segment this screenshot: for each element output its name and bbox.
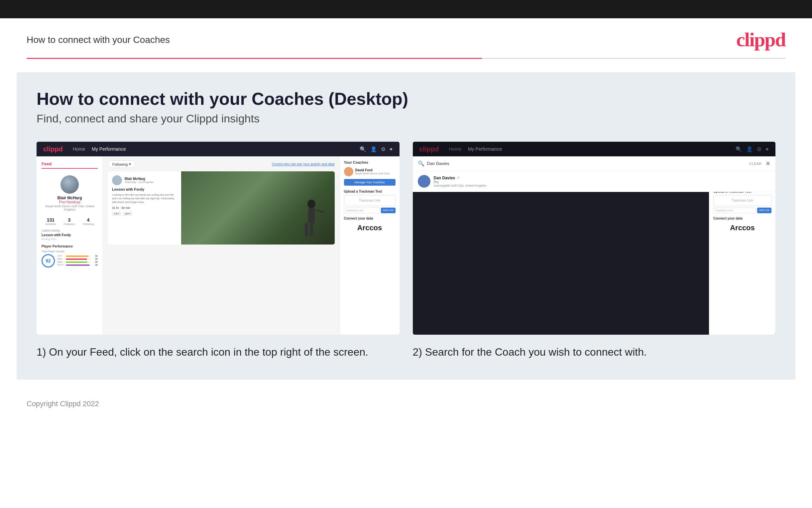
search-icon[interactable]: 🔍 — [360, 146, 366, 153]
search-bar-icon: 🔍 — [418, 160, 424, 167]
footer: Copyright Clippd 2022 — [0, 393, 812, 415]
trackman-input: Trackman Link Add Link — [344, 208, 395, 213]
screenshot-col-right: clippd Home My Performance 🔍 👤 ⚙ ● 🔍 — [413, 142, 776, 359]
search-overlay: 🔍 Dan Davies CLEAR ✕ Dan Davies ✓ Pro — [413, 156, 776, 192]
app-nav: clippd Home My Performance 🔍 👤 ⚙ ● — [37, 142, 399, 156]
post-info: Blair McHarg Yesterday · Sunningdale Les… — [108, 171, 181, 245]
header-divider — [27, 58, 785, 59]
step1-text: 1) On your Feed, click on the search ico… — [37, 345, 399, 359]
search-input-display[interactable]: Dan Davies — [427, 161, 750, 166]
profile-avatar — [60, 175, 79, 194]
header: How to connect with your Coaches clippd — [0, 18, 812, 58]
left-panel: Feed Blair McHarg Plus Handicap Royal No… — [37, 156, 103, 335]
following-row: Following ▾ Control who can see your act… — [108, 160, 335, 168]
verified-icon: ✓ — [457, 176, 460, 180]
screenshot-col-left: clippd Home My Performance 🔍 👤 ⚙ ● Feed — [37, 142, 399, 359]
result-info: Dan Davies ✓ Pro Sunningdale Golf Club, … — [434, 176, 487, 187]
app-body: Feed Blair McHarg Plus Handicap Royal No… — [37, 156, 399, 335]
stat-followers: 3 Followers — [63, 217, 75, 225]
page-title: How to connect with your Coaches — [27, 35, 170, 45]
app-logo: clippd — [43, 145, 63, 153]
right-panel: Your Coaches David Ford Royal North Devo… — [340, 156, 399, 335]
post-body: Looking to feel like my hands are exitin… — [112, 193, 177, 204]
screenshots-row: clippd Home My Performance 🔍 👤 ⚙ ● Feed — [37, 142, 775, 359]
profile-name: Blair McHarg — [42, 196, 98, 200]
stat-following: 4 Following — [83, 217, 94, 225]
result-club: Sunningdale Golf Club, United Kingdom — [434, 184, 487, 187]
nav-home[interactable]: Home — [73, 146, 85, 152]
connect-section: Connect your data Arccos — [344, 217, 395, 232]
screenshot-right: clippd Home My Performance 🔍 👤 ⚙ ● 🔍 — [413, 142, 776, 335]
trackman-input-field-2[interactable]: Trackman Link — [713, 208, 756, 213]
quality-row: 92 OTT 90 APP — [42, 254, 98, 267]
copyright: Copyright Clippd 2022 — [27, 399, 99, 408]
main-content: How to connect with your Coaches (Deskto… — [17, 72, 795, 380]
add-link-button[interactable]: Add Link — [381, 208, 395, 213]
post-tags: OFF APP — [112, 212, 177, 216]
trackman-section-2: Upload a Trackman Test Trackman Link Tra… — [713, 189, 771, 213]
post-user-name: Blair McHarg — [125, 177, 153, 181]
total-quality-title: Total Player Quality — [42, 250, 98, 253]
nav-my-performance[interactable]: My Performance — [92, 146, 126, 152]
trackman-placeholder-2: Trackman Link — [713, 195, 771, 206]
connect-section-2: Connect your data Arccos — [713, 217, 771, 232]
search-result[interactable]: Dan Davies ✓ Pro Sunningdale Golf Club, … — [413, 171, 776, 192]
following-button[interactable]: Following ▾ — [108, 160, 135, 168]
screenshot-left: clippd Home My Performance 🔍 👤 ⚙ ● Feed — [37, 142, 399, 335]
bar-app: APP 85 — [57, 258, 98, 260]
trackman-input-field[interactable]: Trackman Link — [344, 208, 380, 213]
trackman-placeholder: Trackman Link — [344, 195, 395, 206]
coach-name: David Ford — [355, 168, 389, 172]
result-avatar — [418, 175, 430, 187]
quality-bars: OTT 90 APP 85 — [57, 255, 98, 267]
svg-rect-4 — [310, 223, 313, 237]
manage-coaches-button[interactable]: Manage Your Coaches — [344, 179, 395, 186]
result-role: Pro — [434, 180, 487, 184]
post-tag-off: OFF — [112, 212, 121, 216]
svg-rect-2 — [314, 209, 323, 213]
following-label: Following — [112, 162, 128, 166]
settings-icon[interactable]: ⚙ — [381, 146, 386, 153]
add-link-button-2[interactable]: Add Link — [757, 208, 771, 213]
svg-rect-1 — [308, 208, 315, 223]
post-card: Blair McHarg Yesterday · Sunningdale Les… — [108, 171, 335, 245]
coach-club: Royal North Devon Golf Club — [355, 172, 389, 175]
close-search-button[interactable]: ✕ — [765, 160, 770, 167]
post-image — [181, 171, 335, 245]
post-tag-app: APP — [123, 212, 132, 216]
clippd-logo: clippd — [736, 28, 785, 51]
nav-icons: 🔍 👤 ⚙ ● — [360, 146, 393, 153]
quality-score: 92 — [42, 254, 55, 267]
connect-title: Connect your data — [344, 217, 395, 220]
main-title: How to connect with your Coaches (Deskto… — [37, 89, 775, 109]
arccos-logo-2: Arccos — [713, 223, 771, 232]
activity-name: Lesson with Fordy — [42, 233, 98, 237]
chevron-down-icon: ▾ — [129, 162, 131, 166]
player-perf: Player Performance Total Player Quality … — [42, 245, 98, 267]
profile-club: Royal North Devon Golf Club, United King… — [42, 205, 98, 211]
search-bar: 🔍 Dan Davies CLEAR ✕ — [413, 156, 776, 171]
feed-label: Feed — [42, 161, 98, 169]
latest-activity-label: Latest Activity — [42, 229, 98, 232]
stat-activities: 131 Activities — [46, 217, 56, 225]
profile-card: Blair McHarg Plus Handicap Royal North D… — [42, 172, 98, 217]
coach-avatar — [344, 167, 353, 176]
coach-item: David Ford Royal North Devon Golf Club — [344, 167, 395, 176]
profile-icon[interactable]: 👤 — [370, 146, 377, 153]
step2-text: 2) Search for the Coach you wish to conn… — [413, 345, 776, 359]
control-link[interactable]: Control who can see your activity and da… — [272, 162, 334, 166]
trackman-input-2: Trackman Link Add Link — [713, 208, 771, 213]
post-user-sub: Yesterday · Sunningdale — [125, 181, 153, 184]
profile-handicap: Plus Handicap — [42, 200, 98, 204]
golfer-silhouette — [298, 198, 325, 241]
avatar-icon[interactable]: ● — [389, 146, 393, 152]
clear-button[interactable]: CLEAR — [749, 162, 761, 166]
top-bar — [0, 0, 812, 18]
bar-arg: ARG 86 — [57, 261, 98, 263]
post-avatar — [112, 175, 122, 185]
trackman-section: Upload a Trackman Test Trackman Link Tra… — [344, 189, 395, 213]
bar-putt: PUTT 96 — [57, 264, 98, 266]
activity-date: 03 Aug 2022 — [42, 238, 98, 241]
post-title: Lesson with Fordy — [112, 187, 177, 191]
player-perf-title: Player Performance — [42, 245, 98, 248]
